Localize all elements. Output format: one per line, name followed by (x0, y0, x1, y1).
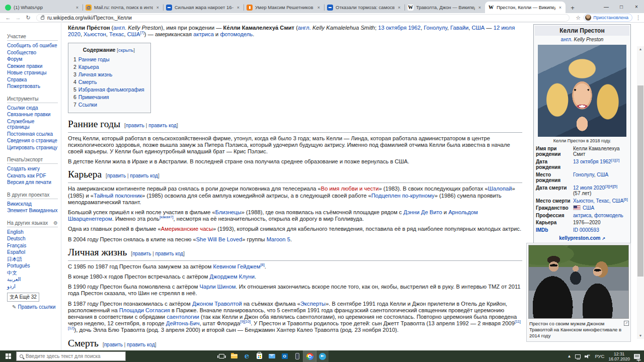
toc-hide-link[interactable]: скрыть (118, 47, 133, 53)
search-input[interactable] (26, 353, 122, 359)
sidebar-link[interactable]: العربية (7, 277, 21, 282)
link[interactable]: Кевином Гейджем (213, 263, 261, 269)
new-tab-button[interactable]: + (567, 2, 578, 13)
link[interactable]: США (127, 31, 140, 37)
telegram-button[interactable] (316, 350, 329, 362)
sidebar-link[interactable]: 日本語 (7, 256, 22, 262)
reference-link[interactable]: [7] (140, 30, 144, 35)
reference-link[interactable]: [1][2] (611, 157, 620, 162)
sidebar-link[interactable]: Постоянная ссылка (7, 131, 53, 137)
toc-item[interactable]: 7Ссылки (73, 101, 144, 109)
sidebar-link[interactable]: Новые страницы (7, 70, 46, 75)
scroll-down-arrow[interactable]: ▼ (637, 333, 644, 339)
link[interactable]: Хьюстон (84, 31, 106, 37)
reference-link[interactable]: [8] (260, 262, 264, 267)
scrollbar-thumb[interactable] (637, 85, 643, 277)
toc-item[interactable]: 3Личная жизнь (73, 71, 144, 78)
link[interactable]: 2020 (68, 31, 80, 37)
tab-close-icon[interactable]: × (316, 5, 321, 10)
link[interactable]: Джоном Траволтой (192, 301, 242, 307)
sidebar-link[interactable]: Сообщество (7, 50, 36, 55)
sidebar-link[interactable]: Форум (7, 56, 22, 62)
link[interactable]: Дейтона-Бич (166, 320, 200, 326)
gear-icon[interactable]: ⚙ (53, 220, 58, 226)
link[interactable]: Шалопай (488, 186, 512, 192)
link[interactable]: саентологии (167, 314, 199, 320)
link[interactable]: США (597, 172, 608, 177)
task-view-button[interactable] (215, 350, 228, 362)
link[interactable]: Тайный поклонник (94, 193, 142, 199)
tab-close-icon[interactable]: × (75, 5, 79, 10)
sidebar-link[interactable]: Deutsch (7, 236, 26, 241)
tab[interactable]: (1) WhatsApp× (2, 2, 83, 13)
link[interactable]: США (583, 205, 594, 211)
tab[interactable]: Умер Максим Решетников× (244, 2, 324, 13)
sidebar-link[interactable]: Português (7, 263, 30, 268)
link[interactable]: англ. (298, 25, 311, 31)
browser-menu-icon[interactable]: ⋮ (635, 15, 641, 21)
toc-link[interactable]: Карьера (78, 64, 99, 70)
link[interactable]: Подцеплен по-крупному (371, 193, 435, 199)
link[interactable]: Площади Согласия (119, 307, 170, 313)
language-indicator[interactable]: РУС (595, 353, 604, 359)
more-languages-button[interactable]: 文А Ещё 32 (7, 293, 39, 302)
volume-muted-icon[interactable] (585, 354, 591, 359)
tab[interactable]: Отказали тормоза: самосвал вр× (324, 2, 405, 13)
infobox-label[interactable]: IMDb (536, 227, 573, 233)
link[interactable]: Maroon 5 (267, 236, 290, 242)
store-button[interactable] (253, 350, 266, 362)
sidebar-link[interactable]: Пожертвовать (7, 83, 40, 89)
website-link[interactable]: kellypreston.com (559, 235, 600, 241)
reference-link[interactable]: [6] (623, 197, 627, 201)
edit-link[interactable]: править (107, 173, 126, 178)
edit-link[interactable]: править (104, 342, 123, 347)
sidebar-link[interactable]: Служебные страницы (7, 119, 34, 130)
link[interactable]: 1962 (408, 25, 421, 31)
sidebar-link[interactable]: Сведения о странице (7, 138, 57, 143)
sidebar-link[interactable]: اردو (7, 284, 16, 289)
tab-close-icon[interactable]: × (155, 5, 160, 10)
sidebar-link[interactable]: Версия для печати (7, 179, 51, 185)
link[interactable]: англ. (561, 37, 573, 42)
clock[interactable]: 12:31 16.07.2020 (608, 351, 630, 361)
link[interactable]: 13 октября 1962 (573, 159, 611, 164)
taskbar-search[interactable] (16, 351, 126, 361)
sidebar-link[interactable]: Ссылки сюда (7, 105, 38, 111)
minimize-button[interactable]: — (599, 0, 614, 13)
sidebar-link[interactable]: Español (7, 249, 25, 255)
toc-item[interactable]: 1Ранние годы (73, 56, 144, 63)
link[interactable]: актриса (193, 31, 214, 37)
sidebar-link[interactable]: Цитировать страницу (7, 145, 57, 150)
link[interactable]: ID 0000593 (573, 227, 599, 233)
sidebar-link[interactable]: Справка (7, 77, 27, 82)
bookmark-star-icon[interactable]: ☆ (576, 15, 581, 21)
notification-icon[interactable]: 1 (634, 354, 640, 359)
outlook-button[interactable]: O (278, 350, 291, 362)
tab-active[interactable]: WПрестон, Келли — Википедия× (485, 2, 566, 13)
link[interactable]: 13 октября (378, 25, 407, 31)
tab[interactable]: Сильная жара накроет 16—18 и× (163, 2, 244, 13)
edit-interwiki-link[interactable]: ✎ Править ссылки (7, 304, 58, 310)
address-bar[interactable]: ru.wikipedia.org/wiki/Престон,_Келли (36, 14, 570, 22)
file-explorer-button[interactable] (228, 350, 240, 362)
toc-item[interactable]: 6Примечания (73, 94, 144, 101)
link[interactable]: Эксперты (300, 301, 326, 307)
toc-link[interactable]: Ссылки (78, 102, 97, 108)
page-scrollbar[interactable]: ▲ ▼ (637, 46, 644, 339)
scroll-up-arrow[interactable]: ▲ (637, 46, 644, 52)
sidebar-link[interactable]: Скачать как PDF (7, 173, 46, 178)
link[interactable]: Гонолулу (573, 172, 594, 177)
back-icon[interactable]: ← (3, 15, 13, 21)
link[interactable]: Гавайи (450, 25, 468, 31)
link[interactable]: Джорджем Клуни (210, 274, 255, 280)
hidden-icons-chevron[interactable]: ▲ (568, 354, 572, 358)
portrait-photo[interactable] (538, 45, 626, 137)
toc-item[interactable]: 4Смерть (73, 78, 144, 86)
link[interactable]: Чарли Шином (199, 284, 235, 290)
tab-close-icon[interactable]: × (558, 5, 562, 10)
link[interactable]: She Will Be Loved (196, 236, 242, 242)
link[interactable]: 12 июля (494, 25, 515, 31)
toc-item[interactable]: 5Избранная фильмография (73, 86, 144, 94)
toc-link[interactable]: Избранная фильмография (78, 86, 144, 93)
edit-source-link[interactable]: править код (130, 173, 158, 178)
